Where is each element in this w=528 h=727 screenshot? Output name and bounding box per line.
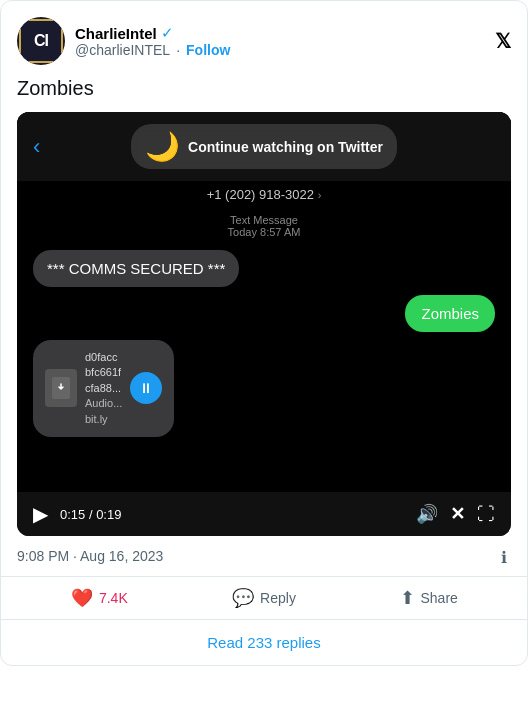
message-area: Text Message Today 8:57 AM *** COMMS SEC…	[17, 204, 511, 492]
share-action[interactable]: ⬆ Share	[346, 587, 511, 609]
verified-icon: ✓	[161, 24, 174, 42]
bubble-comms: *** COMMS SECURED ***	[33, 250, 239, 287]
heart-icon: ❤️	[71, 587, 93, 609]
action-bar: ❤️ 7.4K 💬 Reply ⬆ Share	[17, 577, 511, 619]
continue-watching-overlay[interactable]: 🌙 Continue watching on Twitter	[131, 124, 397, 169]
user-name: CharlieIntel	[75, 25, 157, 42]
time-display: 0:15 / 0:19	[60, 507, 404, 522]
tweet-card: CI CharlieIntel ✓ @charlieINTEL · Follow…	[0, 0, 528, 666]
audio-file-icon	[45, 369, 77, 407]
chevron-right-icon: ›	[318, 189, 322, 201]
user-handle: @charlieINTEL	[75, 42, 170, 58]
bubble-zombies: Zombies	[405, 295, 495, 332]
continue-watching-label: Continue watching on Twitter	[188, 139, 383, 155]
back-button[interactable]: ‹	[33, 134, 40, 160]
volume-icon[interactable]: 🔊	[416, 503, 438, 525]
avatar: CI	[17, 17, 65, 65]
reply-icon: 💬	[232, 587, 254, 609]
video-top-bar: ‹ 🌙 Continue watching on Twitter	[17, 112, 511, 181]
audio-file-info: d0facc bfc661f cfa88... Audio... bit.ly	[85, 350, 122, 427]
video-controls: ▶ 0:15 / 0:19 🔊 ✕ ⛶	[17, 492, 511, 536]
reply-label: Reply	[260, 590, 296, 606]
tweet-timestamp: 9:08 PM · Aug 16, 2023	[17, 548, 163, 564]
reply-action[interactable]: 💬 Reply	[182, 587, 347, 609]
video-container: ‹ 🌙 Continue watching on Twitter +1 (202…	[17, 112, 511, 536]
tweet-header: CI CharlieIntel ✓ @charlieINTEL · Follow…	[17, 17, 511, 65]
audio-bubble: d0facc bfc661f cfa88... Audio... bit.ly …	[33, 340, 174, 437]
read-replies-button[interactable]: Read 233 replies	[17, 620, 511, 665]
play-button[interactable]: ▶	[33, 502, 48, 526]
phone-number: +1 (202) 918-3022 ›	[17, 181, 511, 204]
audio-play-button[interactable]: ⏸	[130, 372, 162, 404]
tweet-meta: 9:08 PM · Aug 16, 2023 ℹ	[17, 548, 511, 564]
info-icon[interactable]: ℹ	[501, 548, 507, 567]
tweet-text: Zombies	[17, 77, 511, 100]
x-close-icon[interactable]: ✕	[450, 503, 465, 525]
video-screen: ‹ 🌙 Continue watching on Twitter +1 (202…	[17, 112, 511, 492]
x-logo-icon[interactable]: 𝕏	[495, 29, 511, 53]
fullscreen-icon[interactable]: ⛶	[477, 504, 495, 525]
user-info: CI CharlieIntel ✓ @charlieINTEL · Follow	[17, 17, 230, 65]
follow-button[interactable]: Follow	[186, 42, 230, 58]
like-action[interactable]: ❤️ 7.4K	[17, 587, 182, 609]
like-count: 7.4K	[99, 590, 128, 606]
user-details: CharlieIntel ✓ @charlieINTEL · Follow	[75, 24, 230, 58]
share-icon: ⬆	[400, 587, 415, 609]
moon-icon: 🌙	[145, 130, 180, 163]
dot-separator: ·	[176, 42, 180, 58]
share-label: Share	[421, 590, 458, 606]
time-label: Text Message Today 8:57 AM	[33, 214, 495, 238]
